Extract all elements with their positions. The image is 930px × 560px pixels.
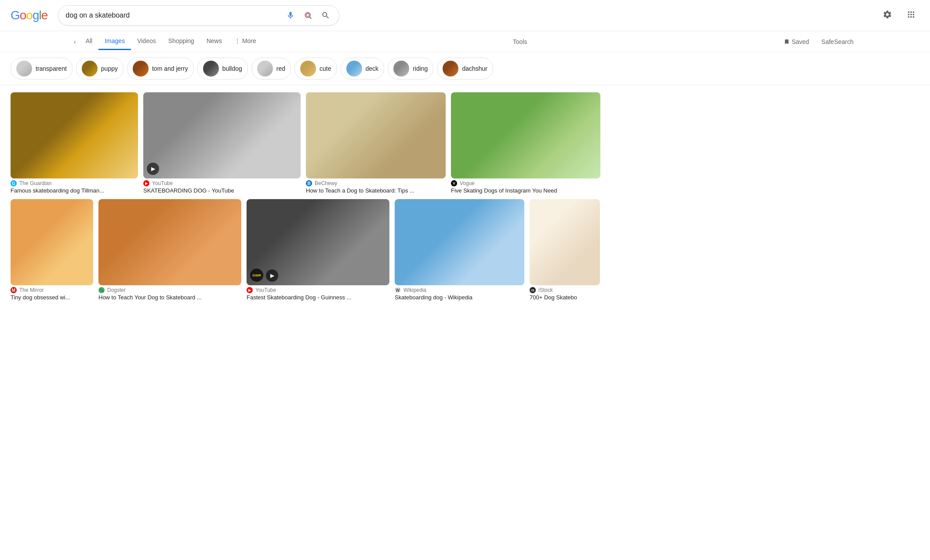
logo-e: e [41,8,48,22]
source-line-8: W Wikipedia [395,287,524,293]
logo-g: G [11,8,20,22]
search-icon[interactable] [320,9,332,22]
source-name-4: Vogue [460,180,475,186]
nav-item-all[interactable]: All [80,33,99,50]
search-input[interactable] [65,11,284,19]
image-label-3: B BeChewy How to Teach a Dog to Skateboa… [306,180,446,194]
chip-cute[interactable]: cute [294,58,337,80]
image-card-1[interactable]: G The Guardian Famous skateboarding dog … [11,92,138,194]
nav-more-label: More [242,37,256,44]
settings-icon[interactable] [879,6,896,25]
card-title-2: SKATEBOARDING DOG - YouTube [143,187,301,194]
image-label-4: V Vogue Five Skating Dogs of Instagram Y… [451,180,600,194]
image-7: GWR ▶ [247,199,389,285]
chip-bulldog-thumb [203,61,219,76]
image-label-8: W Wikipedia Skateboarding dog - Wikipedi… [395,287,524,301]
image-9 [530,199,600,285]
chip-puppy-thumb [82,61,98,76]
chip-puppy[interactable]: puppy [76,58,124,80]
nav-shopping-label: Shopping [168,37,194,44]
source-line-1: G The Guardian [11,180,138,186]
logo-o1: o [20,8,26,22]
source-name-8: Wikipedia [403,287,426,293]
card-title-1: Famous skateboarding dog Tillman... [11,187,138,194]
svg-point-1 [306,14,309,17]
image-5 [11,199,93,285]
image-card-2[interactable]: ▶ ▶ YouTube SKATEBOARDING DOG - YouTube [143,92,301,194]
image-row-2: M The Mirror Tiny dog obsessed wi... 🐾 D… [11,199,919,301]
chip-tom-and-jerry[interactable]: tom and jerry [127,58,194,80]
chip-red-label: red [276,65,285,72]
image-8 [395,199,524,285]
chip-tomjerry-thumb [133,61,149,76]
svg-line-2 [310,17,312,18]
tools-button[interactable]: Tools [507,34,534,50]
header-right [879,6,919,25]
mic-icon[interactable] [284,9,297,22]
safesearch-button[interactable]: SafeSearch [815,34,860,50]
card-title-5: Tiny dog obsessed wi... [11,294,93,301]
source-line-6: 🐾 Dogster [98,287,241,293]
search-bar-wrapper [58,5,339,25]
chip-red[interactable]: red [251,58,291,80]
image-card-6[interactable]: 🐾 Dogster How to Teach Your Dog to Skate… [98,199,241,301]
nav-item-images[interactable]: Images [98,33,131,50]
nav-images-label: Images [105,37,125,44]
nav-item-more[interactable]: ⋮ More [228,33,262,50]
more-dots-icon: ⋮ [234,37,240,44]
nav-item-shopping[interactable]: Shopping [162,33,200,50]
chip-deck[interactable]: deck [341,58,385,80]
image-card-5[interactable]: M The Mirror Tiny dog obsessed wi... [11,199,93,301]
image-6 [98,199,241,285]
image-card-9[interactable]: iS iStock 700+ Dog Skatebo [530,199,600,301]
image-3 [306,92,446,178]
source-name-5: The Mirror [19,287,44,293]
wikipedia-icon: W [395,287,401,293]
image-label-7: ▶ YouTube Fastest Skateboarding Dog - Gu… [247,287,389,301]
chip-dachshur-label: dachshur [462,65,487,72]
guardian-icon: G [11,180,17,186]
image-card-4[interactable]: V Vogue Five Skating Dogs of Instagram Y… [451,92,600,194]
image-card-7[interactable]: GWR ▶ ▶ YouTube Fastest Skateboarding Do… [247,199,389,301]
logo-g2: g [33,8,39,22]
nav-item-videos[interactable]: Videos [131,33,162,50]
image-label-2: ▶ YouTube SKATEBOARDING DOG - YouTube [143,180,301,194]
source-line-3: B BeChewy [306,180,446,186]
source-name-2: YouTube [152,180,173,186]
safesearch-label: SafeSearch [821,38,854,45]
nav-bar: ‹ All Images Videos Shopping News ⋮ More… [0,31,930,52]
chip-deck-thumb [346,61,362,76]
filter-chips: transparent puppy tom and jerry bulldog … [0,52,930,85]
saved-button[interactable]: Saved [777,34,815,50]
image-2: ▶ [143,92,301,178]
chip-riding[interactable]: riding [388,58,433,80]
chip-dachshund[interactable]: dachshur [437,58,493,80]
apps-icon[interactable] [903,6,919,25]
image-row-1: G The Guardian Famous skateboarding dog … [11,92,919,194]
nav-news-label: News [207,37,222,44]
guinness-badge: GWR [250,269,263,282]
chip-bulldog[interactable]: bulldog [197,58,248,80]
card-title-8: Skateboarding dog - Wikipedia [395,294,524,301]
saved-label: Saved [792,38,809,45]
dogster-icon: 🐾 [98,287,105,293]
card-title-4: Five Skating Dogs of Instagram You Need [451,187,600,194]
chip-red-thumb [257,61,273,76]
google-logo[interactable]: Google [11,8,47,22]
nav-back-arrow[interactable]: ‹ [70,34,80,50]
chip-transparent[interactable]: transparent [11,58,73,80]
source-name-7: YouTube [255,287,276,293]
source-line-5: M The Mirror [11,287,93,293]
istock-icon: iS [530,287,536,293]
chip-transparent-thumb [16,61,32,76]
source-line-4: V Vogue [451,180,600,186]
image-card-3[interactable]: B BeChewy How to Teach a Dog to Skateboa… [306,92,446,194]
youtube-icon-7: ▶ [247,287,253,293]
nav-item-news[interactable]: News [200,33,228,50]
image-label-6: 🐾 Dogster How to Teach Your Dog to Skate… [98,287,241,301]
logo-o2: o [26,8,33,22]
image-card-8[interactable]: W Wikipedia Skateboarding dog - Wikipedi… [395,199,524,301]
source-name-3: BeChewy [315,180,337,186]
lens-icon[interactable] [302,9,314,22]
source-name-6: Dogster [107,287,126,293]
